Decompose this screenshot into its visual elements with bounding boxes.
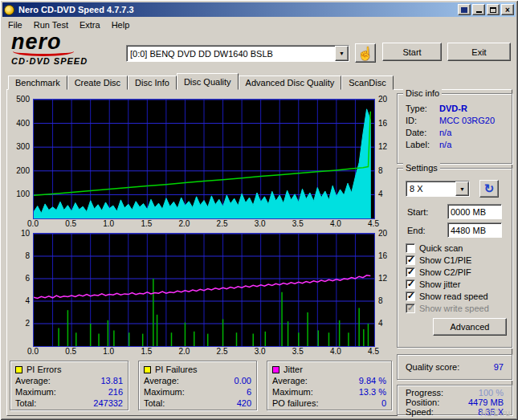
axis-tick: 1.5: [137, 219, 155, 228]
nero-logo: nero CD·DVD SPEED: [11, 32, 124, 69]
axis-tick: 1.5: [137, 347, 155, 356]
disc-info-group: Disc info Type: DVD-R ID: MCC 03RG20 Dat…: [397, 93, 512, 164]
start-field[interactable]: [447, 204, 502, 219]
checkbox-label: Show read speed: [419, 292, 488, 301]
axis-tick: 500: [16, 95, 30, 104]
window-extra-button[interactable]: [458, 4, 471, 15]
drive-selector-value: [0:0] BENQ DVD DD DW1640 BSLB: [127, 49, 335, 59]
exit-button[interactable]: Exit: [447, 43, 511, 61]
stat-value: 247332: [93, 398, 123, 409]
checkbox-box: [406, 267, 415, 277]
menu-help[interactable]: Help: [106, 19, 136, 31]
jitter-left-axis: 108642: [10, 233, 32, 347]
stat-label: Maximum:: [272, 386, 313, 398]
axis-tick: 3.5: [289, 219, 307, 228]
layout-icon: [461, 7, 467, 13]
checkbox-box: [406, 255, 415, 265]
axis-tick: 0.5: [62, 347, 80, 356]
drive-selector[interactable]: [0:0] BENQ DVD DD DW1640 BSLB ▼: [126, 45, 349, 62]
checkbox-show-read-speed[interactable]: Show read speed: [406, 291, 488, 302]
disc-label-value: n/a: [439, 140, 451, 149]
axis-tick: 0.0: [24, 347, 42, 356]
axis-tick: 3.0: [251, 219, 269, 228]
stat-label: Total:: [144, 398, 165, 409]
speed-label: Speed:: [406, 407, 434, 417]
axis-tick: 2.5: [214, 347, 231, 356]
pi-errors-swatch-icon: [15, 366, 22, 373]
pi-errors-plot: [33, 99, 375, 219]
checkbox-label: Quick scan: [419, 243, 463, 253]
axis-tick: 10: [21, 229, 30, 238]
axis-tick: 0.0: [24, 219, 42, 228]
stat-value: 13.81: [100, 375, 123, 386]
app-icon: [4, 5, 14, 15]
app-window: Nero CD-DVD Speed 4.7.7.3 × File Run Tes…: [0, 0, 518, 420]
stat-label: Total:: [15, 398, 36, 409]
checkbox-show-write-speed: Show write speed: [406, 303, 489, 314]
checkbox-show-c1-pie[interactable]: Show C1/PIE: [406, 255, 471, 266]
disc-type-value: DVD-R: [439, 104, 467, 113]
disc-date-value: n/a: [439, 128, 451, 137]
axis-tick: 4.0: [327, 219, 345, 228]
axis-tick: 8: [25, 251, 30, 260]
chevron-down-icon[interactable]: ▼: [335, 46, 349, 61]
axis-tick: 4: [378, 190, 383, 198]
close-button[interactable]: ×: [501, 4, 514, 15]
axis-tick: 300: [16, 142, 30, 151]
pi-failures-panel: PI Failures Average:0.00 Maximum:6 Total…: [138, 361, 257, 410]
start-button-label: Start: [402, 47, 421, 57]
settings-group: Settings 8 X ▼ ↻ Start: End: Quick scan …: [397, 168, 512, 348]
stat-value: 0.00: [235, 375, 251, 386]
axis-tick: 12: [378, 274, 387, 283]
disc-label-label: Label:: [406, 140, 430, 149]
menu-extra[interactable]: Extra: [74, 19, 106, 31]
tab-advanced-disc-quality[interactable]: Advanced Disc Quality: [239, 75, 342, 90]
checkbox-label: Show C1/PIE: [419, 255, 471, 265]
tab-benchmark[interactable]: Benchmark: [8, 75, 67, 90]
refresh-button[interactable]: ↻: [479, 180, 499, 198]
axis-tick: 1.0: [100, 347, 117, 356]
speed-selector[interactable]: 8 X ▼: [406, 181, 470, 197]
axis-tick: 4.5: [365, 219, 382, 228]
advanced-button[interactable]: Advanced: [433, 318, 507, 336]
end-field[interactable]: [447, 222, 502, 238]
tab-disc-quality[interactable]: Disc Quality: [177, 73, 239, 90]
tab-create-disc[interactable]: Create Disc: [67, 75, 128, 90]
stat-value: 420: [237, 398, 251, 409]
disc-info-title: Disc info: [403, 88, 442, 98]
tab-disc-info[interactable]: Disc Info: [128, 75, 177, 90]
pi-errors-panel-title: PI Errors: [27, 365, 61, 374]
checkbox-quick-scan[interactable]: Quick scan: [406, 243, 463, 254]
progress-label: Progress:: [406, 388, 443, 398]
stat-label: Average:: [272, 375, 308, 386]
stat-value: 0: [381, 398, 386, 409]
menu-bar: File Run Test Extra Help: [2, 18, 516, 32]
menu-run-test[interactable]: Run Test: [28, 19, 74, 31]
eject-hand-button[interactable]: ☝: [355, 43, 376, 63]
axis-tick: 4.5: [365, 347, 382, 356]
start-field-label: Start:: [407, 207, 428, 217]
start-button[interactable]: Start: [382, 43, 442, 61]
pi-errors-left-axis: 500400300200100: [10, 99, 32, 219]
stat-value: 6: [247, 386, 251, 398]
minimize-button[interactable]: [472, 4, 485, 15]
title-bar[interactable]: Nero CD-DVD Speed 4.7.7.3 ×: [2, 2, 516, 17]
stat-label: Maximum:: [144, 386, 185, 398]
axis-tick: 8: [378, 166, 383, 175]
checkbox-label: Show write speed: [419, 304, 489, 313]
tab-scandisc[interactable]: ScanDisc: [341, 75, 393, 90]
axis-tick: 6: [25, 274, 30, 283]
maximize-button[interactable]: [487, 4, 500, 15]
jitter-x-axis: 0.00.51.01.52.02.53.03.54.04.5: [33, 347, 375, 357]
exit-button-label: Exit: [471, 47, 486, 57]
jitter-right-axis: 20161284: [376, 233, 392, 347]
checkbox-show-c2-pif[interactable]: Show C2/PIF: [406, 267, 471, 278]
chevron-down-icon[interactable]: ▼: [455, 181, 469, 196]
tab-strip: Benchmark Create Disc Disc Info Disc Qua…: [8, 75, 394, 90]
checkbox-show-jitter[interactable]: Show jitter: [406, 279, 460, 290]
menu-file[interactable]: File: [2, 19, 28, 31]
disc-date-label: Date:: [406, 128, 426, 137]
checkbox-box: [406, 279, 415, 289]
pi-errors-panel: PI Errors Average:13.81 Maximum:216 Tota…: [10, 361, 128, 410]
jitter-panel-title: Jitter: [283, 365, 303, 374]
